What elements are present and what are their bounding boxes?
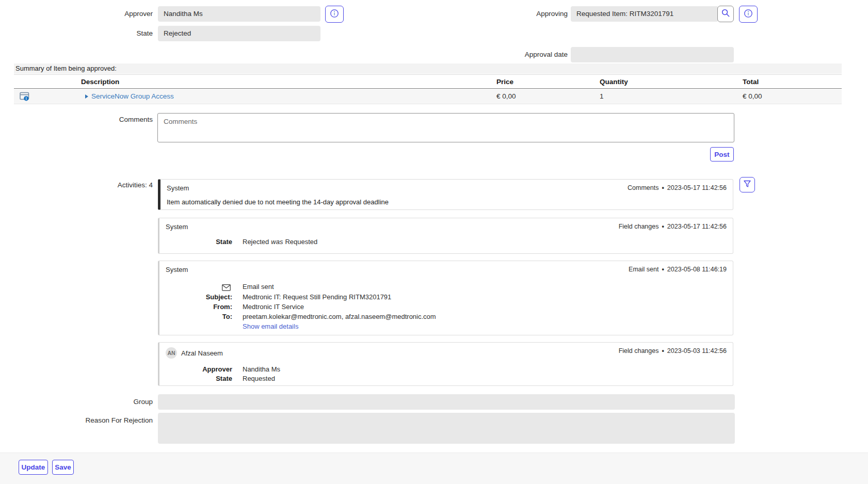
activity-meta: Comments•2023-05-17 11:42:56 <box>628 184 727 191</box>
column-header-total: Total <box>743 75 759 89</box>
bullet-separator: • <box>662 347 664 354</box>
state-label: State <box>52 26 153 41</box>
field-change-value: Nanditha Ms <box>243 365 280 373</box>
footer-bar: Update Save <box>0 453 868 484</box>
column-header-price: Price <box>496 75 513 89</box>
approving-label: Approving <box>464 6 568 22</box>
row-quantity: 1 <box>600 89 604 104</box>
field-change-label: State <box>159 238 232 246</box>
activity-author: Afzal Naseem <box>181 349 223 357</box>
email-to-value: preetam.kolekar@medtronic.com, afzal.nas… <box>243 313 436 320</box>
approval-date-label: Approval date <box>464 47 568 62</box>
bullet-separator: • <box>662 184 664 191</box>
email-subject-label: Subject: <box>159 293 232 301</box>
summary-table-header: Description Price Quantity Total <box>14 74 842 89</box>
email-subject-value: Medtronic IT: Request Still Pending RITM… <box>243 293 391 301</box>
approving-lookup-button[interactable] <box>717 6 734 22</box>
activity-type: Field changes <box>619 223 659 230</box>
reason-for-rejection-label: Reason For Rejection <box>52 413 153 428</box>
activity-timestamp: 2023-05-03 11:42:56 <box>667 347 727 354</box>
reason-for-rejection-field[interactable] <box>158 413 735 444</box>
activity-comment-text: Item automatically denied due to not mee… <box>167 198 389 206</box>
activity-timestamp: 2023-05-17 11:42:56 <box>667 184 727 191</box>
row-price: € 0,00 <box>496 89 516 104</box>
activity-entry-comment: System Comments•2023-05-17 11:42:56 Item… <box>158 179 733 210</box>
activity-entry-field-changes: System Field changes•2023-05-17 11:42:56… <box>158 218 733 254</box>
info-icon <box>744 9 753 20</box>
column-header-quantity: Quantity <box>600 75 628 89</box>
field-change-label: Approver <box>159 365 232 373</box>
comments-input[interactable] <box>157 113 734 142</box>
catalog-item-icon[interactable] <box>20 92 30 104</box>
approval-date-field[interactable] <box>571 47 734 62</box>
bullet-separator: • <box>662 223 664 230</box>
field-change-value: Requested <box>243 375 275 382</box>
field-change-value: RejectedwasRequested <box>243 238 317 246</box>
activity-type: Email sent <box>629 266 658 273</box>
row-total: € 0,00 <box>743 89 762 104</box>
email-title: Email sent <box>243 283 274 291</box>
activity-author: System <box>166 223 188 231</box>
approver-label: Approver <box>52 6 153 22</box>
state-field[interactable]: Rejected <box>158 26 320 41</box>
activity-author: System <box>166 266 188 273</box>
avatar: AN <box>166 347 177 359</box>
envelope-icon <box>222 284 231 293</box>
old-value: Requested <box>285 238 317 246</box>
approving-info-button[interactable] <box>739 6 758 23</box>
activity-type: Comments <box>628 184 658 191</box>
activity-entry-email: System Email sent•2023-05-08 11:46:19 Em… <box>158 261 733 335</box>
search-icon <box>721 8 730 20</box>
approving-field[interactable]: Requested Item: RITM3201791 <box>571 6 718 22</box>
expand-row-icon[interactable] <box>85 94 88 99</box>
summary-title: Summary of Item being approved: <box>14 63 842 74</box>
column-header-description: Description <box>81 75 119 89</box>
filter-icon <box>743 179 752 190</box>
activity-meta: Email sent•2023-05-08 11:46:19 <box>629 266 727 273</box>
activity-meta: Field changes•2023-05-03 11:42:56 <box>619 347 727 354</box>
info-icon <box>330 9 339 20</box>
activity-timestamp: 2023-05-17 11:42:56 <box>667 223 727 230</box>
approver-info-button[interactable] <box>325 6 344 23</box>
activity-entry-field-changes: AN Afzal Naseem Field changes•2023-05-03… <box>158 342 733 386</box>
email-from-label: From: <box>159 303 232 311</box>
activities-filter-button[interactable] <box>740 177 755 192</box>
item-description-link[interactable]: ServiceNow Group Access <box>91 89 174 104</box>
email-to-label: To: <box>159 313 232 320</box>
comments-label: Comments <box>52 112 153 127</box>
new-value: Rejected <box>243 238 269 246</box>
update-button[interactable]: Update <box>19 460 48 475</box>
group-label: Group <box>52 394 153 410</box>
activity-author: System <box>167 184 189 192</box>
table-row: ServiceNow Group Access € 0,00 1 € 0,00 <box>14 89 842 104</box>
bullet-separator: • <box>662 266 664 273</box>
show-email-details-link[interactable]: Show email details <box>243 322 298 330</box>
activity-timestamp: 2023-05-08 11:46:19 <box>667 266 727 273</box>
post-button[interactable]: Post <box>710 147 734 162</box>
group-field[interactable] <box>158 394 735 410</box>
save-button[interactable]: Save <box>52 460 74 475</box>
field-change-label: State <box>159 375 232 382</box>
activity-meta: Field changes•2023-05-17 11:42:56 <box>619 223 727 230</box>
approver-field[interactable]: Nanditha Ms <box>158 6 320 22</box>
activity-type: Field changes <box>619 347 659 354</box>
was-word: was <box>271 238 283 246</box>
email-from-value: Medtronic IT Service <box>243 303 304 311</box>
activities-label: Activities: 4 <box>52 178 153 193</box>
